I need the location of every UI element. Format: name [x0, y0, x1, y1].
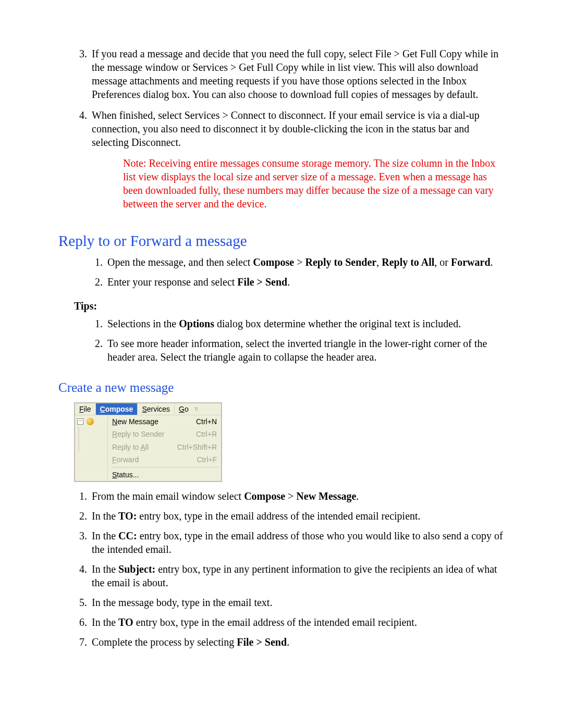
- section-title-create-message: Create a new message: [58, 379, 505, 397]
- menu-item-label: Reply to Sender: [112, 429, 164, 439]
- toolbar-grip-icon: ⠿: [193, 403, 200, 415]
- menu-reply-all: Reply to All Ctrl+Shift+R: [108, 441, 221, 453]
- text: , or: [434, 256, 451, 268]
- bold-file-send: File > Send: [237, 276, 287, 288]
- menu-body: − ┊┊┊┊ New Message Ctrl+N Reply to Sende…: [75, 415, 221, 481]
- bold-compose: Compose: [244, 490, 285, 502]
- menu-item-accel: Ctrl+R: [196, 429, 217, 439]
- menu-file[interactable]: File: [75, 403, 96, 415]
- list-item: To see more header information, select t…: [105, 337, 505, 364]
- menu-go[interactable]: Go: [175, 403, 193, 415]
- menu-item-accel: Ctrl+N: [196, 417, 217, 426]
- receive-messages-list: If you read a message and decide that yo…: [58, 47, 505, 211]
- bold-cc: CC:: [118, 530, 137, 541]
- section-title-reply-forward: Reply to or Forward a message: [58, 231, 505, 251]
- menu-services[interactable]: Services: [138, 403, 175, 415]
- tree-dots-icon: ┊┊┊┊: [77, 427, 105, 452]
- text: From the main email window select: [92, 490, 244, 502]
- text: .: [287, 636, 289, 648]
- menu-status[interactable]: Status...: [108, 468, 221, 481]
- list-item: Enter your response and select File > Se…: [105, 275, 505, 289]
- list-item: In the CC: entry box, type in the email …: [90, 529, 505, 556]
- text: In the: [92, 530, 118, 541]
- bold-file-send: File > Send: [237, 636, 287, 648]
- list-item: Selections in the Options dialog box det…: [105, 317, 505, 330]
- text: .: [287, 276, 290, 288]
- bold-to2: TO: [118, 616, 133, 628]
- tips-list: Selections in the Options dialog box det…: [58, 317, 505, 364]
- menu-bar: File Compose Services Go ⠿: [75, 403, 221, 415]
- text: >: [285, 490, 296, 502]
- note-warning: Note: Receiving entire messages consume …: [123, 156, 505, 211]
- bold-reply-sender: Reply to Sender: [305, 256, 377, 268]
- bold-options: Options: [179, 318, 214, 329]
- bold-to: TO:: [118, 510, 137, 522]
- text: Selections in the: [107, 318, 179, 329]
- tree-collapse-icon[interactable]: −: [77, 418, 83, 425]
- menu-item-label: New Message: [112, 417, 158, 426]
- tips-heading: Tips:: [74, 299, 505, 313]
- bold-reply-all: Reply to All: [382, 256, 434, 268]
- list-item: In the TO: entry box, type in the email …: [90, 509, 505, 523]
- text: In the: [92, 510, 118, 522]
- bold-new-message: New Message: [296, 490, 356, 502]
- bold-subject: Subject:: [118, 563, 155, 575]
- text: entry box, type in the email address of …: [137, 510, 420, 522]
- menu-separator: [111, 467, 218, 467]
- compose-dropdown: New Message Ctrl+N Reply to Sender Ctrl+…: [108, 415, 221, 481]
- menu-item-label: Reply to All: [112, 442, 149, 452]
- text: Complete the process by selecting: [92, 636, 237, 648]
- list-item: Open the message, and then select Compos…: [105, 255, 505, 269]
- list-item: Complete the process by selecting File >…: [90, 635, 505, 649]
- list-item: When finished, select Services > Connect…: [90, 108, 505, 211]
- menu-reply-sender: Reply to Sender Ctrl+R: [108, 428, 221, 440]
- text: In the: [92, 616, 118, 628]
- bold-forward: Forward: [451, 256, 491, 268]
- text: Enter your response and select: [107, 276, 237, 288]
- text: In the: [92, 563, 118, 575]
- menu-item-label: Forward: [112, 455, 139, 464]
- list-item: In the Subject: entry box, type in any p…: [90, 562, 505, 589]
- text: entry box, type in the email address of …: [133, 616, 417, 628]
- text: .: [356, 490, 359, 502]
- text: ,: [376, 256, 382, 268]
- tree-column: − ┊┊┊┊: [75, 415, 108, 481]
- list-item: If you read a message and decide that yo…: [90, 47, 505, 101]
- text: entry box, type in the email address of …: [92, 530, 503, 555]
- list-item-text: When finished, select Services > Connect…: [92, 109, 480, 148]
- list-item: In the message body, type in the email t…: [90, 596, 505, 609]
- menu-compose[interactable]: Compose: [96, 403, 138, 415]
- compose-menu-screenshot: File Compose Services Go ⠿ − ┊┊┊┊ New Me…: [74, 402, 222, 482]
- text: .: [491, 256, 493, 268]
- text: Open the message, and then select: [107, 256, 253, 268]
- menu-item-accel: Ctrl+F: [197, 455, 217, 464]
- reply-forward-steps: Open the message, and then select Compos…: [58, 255, 505, 289]
- menu-new-message[interactable]: New Message Ctrl+N: [108, 415, 221, 428]
- text: dialog box determine whether the origina…: [214, 318, 461, 329]
- globe-icon: [87, 418, 94, 425]
- menu-item-accel: Ctrl+Shift+R: [177, 442, 217, 452]
- create-message-steps: From the main email window select Compos…: [58, 489, 505, 649]
- bold-compose: Compose: [253, 256, 294, 268]
- menu-item-label: Status...: [112, 470, 139, 479]
- menu-forward: Forward Ctrl+F: [108, 453, 221, 466]
- list-item: From the main email window select Compos…: [90, 489, 505, 503]
- list-item: In the TO entry box, type in the email a…: [90, 615, 505, 629]
- text: >: [294, 256, 305, 268]
